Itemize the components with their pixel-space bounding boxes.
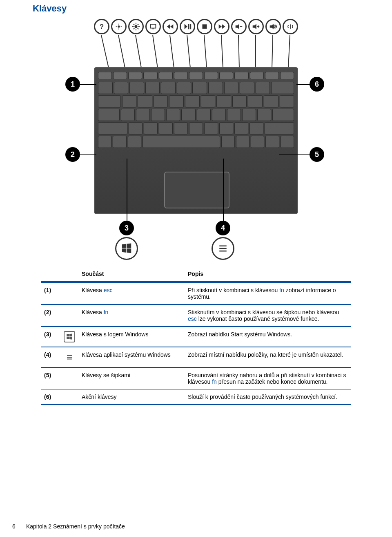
next-track-icon — [214, 19, 229, 34]
callout-5: 5 — [310, 147, 324, 162]
play-pause-icon — [180, 19, 195, 34]
page-footer: 6 Kapitola 2 Seznámení s prvky počítače — [12, 523, 125, 530]
svg-marker-30 — [270, 24, 274, 29]
svg-line-12 — [138, 28, 139, 29]
component-desc: Slouží k provádění často používaných sys… — [185, 389, 351, 405]
component-name: Klávesy se šipkami — [78, 367, 185, 389]
section-title: Klávesy — [33, 3, 359, 14]
brightness-down-icon — [111, 19, 127, 34]
svg-line-38 — [170, 35, 174, 68]
callout-line — [80, 154, 96, 155]
callout-line — [80, 84, 96, 85]
component-desc: Zobrazí nabídku Start systému Windows. — [185, 327, 351, 347]
component-name: Klávesa aplikací systému Windows — [78, 347, 185, 367]
svg-rect-29 — [258, 25, 259, 28]
page-number: 6 — [12, 523, 24, 530]
table-row: (1) Klávesa esc Při stisknutí v kombinac… — [41, 282, 351, 304]
component-name: Klávesa s logem Windows — [78, 327, 185, 347]
menu-icon — [212, 237, 234, 260]
row-number: (5) — [41, 367, 60, 389]
svg-line-34 — [101, 35, 109, 68]
action-key-icons-row: ? — [94, 19, 298, 34]
callout-line — [279, 154, 310, 155]
component-name: Akční klávesy — [78, 389, 185, 405]
svg-rect-15 — [151, 25, 156, 28]
chapter-title: Kapitola 2 Seznámení s prvky počítače — [26, 523, 125, 530]
menu-icon — [64, 351, 75, 363]
table-head-desc: Popis — [185, 266, 351, 282]
svg-point-1 — [118, 25, 120, 28]
svg-line-32 — [274, 25, 276, 28]
svg-line-44 — [272, 35, 273, 68]
component-desc: Stisknutím v kombinaci s klávesou se šip… — [185, 304, 351, 327]
component-name: Klávesa fn — [78, 304, 185, 327]
row-number: (2) — [41, 304, 60, 327]
row-number: (4) — [41, 347, 60, 367]
svg-marker-17 — [167, 25, 170, 29]
component-desc: Při stisknutí v kombinaci s klávesou fn … — [185, 282, 351, 304]
row-number: (6) — [41, 389, 60, 405]
callout-1: 1 — [65, 77, 80, 92]
svg-line-11 — [134, 24, 135, 25]
svg-line-35 — [118, 35, 125, 68]
component-name: Klávesa esc — [78, 282, 185, 304]
volume-down-icon — [231, 19, 247, 34]
callout-line — [127, 159, 127, 221]
svg-rect-20 — [188, 24, 189, 29]
svg-rect-21 — [190, 24, 191, 29]
table-row: (3) Klávesa s logem Windows Zobrazí nabí… — [41, 327, 351, 347]
callout-line — [296, 84, 310, 85]
mute-icon — [265, 19, 281, 34]
touchpad-illustration — [164, 172, 229, 208]
row-number: (3) — [41, 327, 60, 347]
component-desc: Posunování stránky nahoru a dolů a při s… — [185, 367, 351, 389]
keyboard-diagram: ? — [45, 18, 347, 259]
callout-line — [223, 159, 224, 221]
svg-marker-19 — [185, 24, 187, 29]
callout-6: 6 — [310, 77, 324, 92]
svg-marker-18 — [170, 25, 173, 29]
component-desc: Zobrazí místní nabídku položky, na které… — [185, 347, 351, 367]
prev-track-icon — [163, 19, 178, 34]
volume-up-icon — [248, 19, 264, 34]
svg-line-42 — [238, 35, 239, 68]
svg-point-6 — [134, 25, 137, 28]
svg-marker-24 — [222, 25, 225, 29]
svg-marker-25 — [236, 24, 239, 29]
svg-rect-16 — [152, 29, 154, 29]
windows-logo-icon — [64, 331, 75, 342]
callout-4: 4 — [216, 221, 230, 235]
svg-line-37 — [153, 35, 158, 68]
help-icon: ? — [94, 19, 109, 34]
callout-2: 2 — [65, 147, 80, 162]
svg-marker-23 — [219, 25, 222, 29]
svg-line-40 — [204, 35, 207, 68]
svg-line-41 — [221, 35, 223, 68]
table-row: (6) Akční klávesy Slouží k provádění čas… — [41, 389, 351, 405]
svg-marker-27 — [253, 24, 256, 29]
table-row: (5) Klávesy se šipkami Posunování stránk… — [41, 367, 351, 389]
svg-line-14 — [138, 24, 139, 25]
table-head-component: Součást — [78, 266, 185, 282]
leader-lines — [100, 35, 305, 69]
svg-rect-22 — [203, 25, 207, 29]
svg-line-45 — [288, 35, 290, 68]
wireless-icon — [283, 19, 298, 34]
svg-text:?: ? — [100, 23, 104, 30]
callout-3: 3 — [119, 221, 134, 235]
svg-line-39 — [187, 35, 190, 68]
components-table: Součást Popis (1) Klávesa esc Při stiskn… — [41, 266, 351, 405]
svg-line-13 — [134, 28, 135, 29]
table-row: (2) Klávesa fn Stisknutím v kombinaci s … — [41, 304, 351, 327]
stop-icon — [197, 19, 212, 34]
table-row: (4) Klávesa aplikací systému Windows Zob… — [41, 347, 351, 367]
svg-rect-26 — [240, 26, 243, 27]
windows-logo-icon — [115, 237, 138, 260]
svg-line-36 — [136, 35, 141, 68]
brightness-up-icon — [128, 19, 144, 34]
row-number: (1) — [41, 282, 60, 304]
keyboard-illustration — [94, 67, 298, 214]
display-switch-icon — [145, 19, 161, 34]
